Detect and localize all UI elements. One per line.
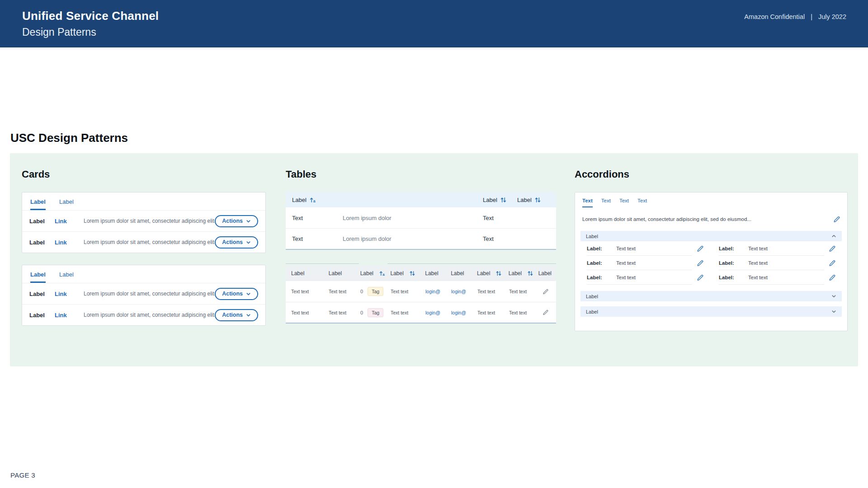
- field: Label: Text text: [587, 241, 703, 256]
- tab-label-active[interactable]: Label: [30, 198, 46, 210]
- dense-table: Label Label Label Label Label Label Labe…: [286, 266, 556, 324]
- field-main: Label: Text text: [719, 270, 824, 285]
- field-row: Label: Text text Label: Text text: [575, 241, 847, 256]
- login-link[interactable]: login@: [451, 289, 477, 294]
- field-main: Label: Text text: [719, 256, 824, 270]
- field-value: Text text: [748, 260, 768, 266]
- column-header[interactable]: Label: [425, 270, 451, 277]
- field: Label: Text text: [587, 256, 703, 270]
- card-row: Label Link Lorem ipsum dolor sit amet, c…: [22, 231, 265, 253]
- edit-pencil-icon[interactable]: [833, 216, 840, 223]
- accordion-header-collapsed[interactable]: Label: [580, 306, 842, 317]
- status-tag: Tag: [368, 308, 383, 317]
- column-header-sortable[interactable]: Label: [483, 197, 517, 203]
- login-link[interactable]: login@: [425, 310, 451, 315]
- tab-label-active[interactable]: Label: [30, 271, 46, 283]
- table-header-row: Label Label Label Label Label Label Labe…: [286, 266, 556, 281]
- sort-both-icon: [495, 270, 502, 277]
- column-label: Label: [477, 270, 490, 277]
- edit-pencil-icon[interactable]: [542, 310, 548, 315]
- count-value: 0: [360, 310, 363, 315]
- actions-button[interactable]: Actions: [215, 309, 258, 321]
- edit-pencil-icon[interactable]: [697, 274, 703, 281]
- row-label: Label: [29, 291, 55, 297]
- header-meta: Amazon Confidential | July 2022: [744, 13, 846, 20]
- column-header-sorted[interactable]: Label: [360, 270, 391, 277]
- edit-pencil-icon[interactable]: [697, 245, 703, 252]
- table-row: Text Lorem ipsum dolor Text: [286, 207, 556, 228]
- actions-label: Actions: [222, 218, 243, 224]
- cell-tag: 0 Tag: [360, 308, 391, 317]
- confidential-label: Amazon Confidential: [744, 13, 805, 20]
- sort-both-icon: [534, 197, 541, 203]
- cell-text: Text text: [391, 310, 425, 315]
- edit-pencil-icon[interactable]: [829, 274, 835, 281]
- row-label: Label: [29, 218, 55, 225]
- pattern-card-1: Label Label Label Link Lorem ipsum dolor…: [22, 192, 266, 253]
- tab-text[interactable]: Text: [637, 198, 647, 207]
- tab-text[interactable]: Text: [601, 198, 611, 207]
- field-main: Label: Text text: [719, 241, 824, 256]
- field-row: Label: Text text Label: Text text: [575, 270, 847, 285]
- actions-button[interactable]: Actions: [215, 288, 258, 300]
- tab-text[interactable]: Text: [619, 198, 629, 207]
- card-row: Label Link Lorem ipsum dolor sit amet, c…: [22, 210, 265, 231]
- field-value: Text text: [748, 246, 768, 251]
- edit-pencil-icon[interactable]: [542, 289, 548, 295]
- column-header[interactable]: Label: [538, 270, 552, 277]
- login-link[interactable]: login@: [451, 310, 477, 315]
- edit-pencil-icon[interactable]: [829, 245, 835, 252]
- actions-button[interactable]: Actions: [215, 236, 258, 249]
- field-value: Text text: [616, 275, 636, 280]
- column-header[interactable]: Label: [291, 270, 329, 277]
- tab-label[interactable]: Label: [59, 271, 74, 283]
- cell-text: Text text: [509, 310, 539, 315]
- cell-text: Text: [292, 215, 343, 221]
- column-header[interactable]: Label: [451, 270, 477, 277]
- edit-pencil-icon[interactable]: [697, 260, 703, 267]
- column-label: Label: [451, 270, 464, 277]
- accordion-header-collapsed[interactable]: Label: [580, 291, 842, 301]
- cell-text: Text text: [509, 289, 539, 294]
- patterns-panel: Cards Label Label Label Link Lorem ipsum…: [10, 153, 858, 366]
- column-header-sortable[interactable]: Label: [517, 197, 550, 203]
- row-link[interactable]: Link: [55, 239, 84, 246]
- field-label: Label:: [719, 275, 748, 280]
- tab-label[interactable]: Label: [59, 198, 74, 210]
- column-header-sortable[interactable]: Label: [477, 270, 509, 277]
- row-text: Lorem ipsum dolor sit amet, consectetur …: [84, 218, 215, 224]
- field-value: Text text: [616, 246, 636, 251]
- row-link[interactable]: Link: [55, 291, 84, 297]
- column-header[interactable]: Label: [329, 270, 360, 277]
- page-number: PAGE 3: [10, 471, 35, 479]
- row-text: Lorem ipsum dolor sit amet, consectetur …: [84, 312, 215, 318]
- edit-pencil-icon[interactable]: [829, 260, 835, 267]
- column-header-sortable[interactable]: Label: [509, 270, 538, 277]
- pattern-card-2: Label Label Label Link Lorem ipsum dolor…: [22, 265, 266, 326]
- row-label: Label: [29, 312, 55, 319]
- tables-section-title: Tables: [286, 169, 316, 180]
- tab-text-active[interactable]: Text: [582, 198, 593, 207]
- accordion-label: Label: [586, 294, 598, 299]
- field-label: Label:: [719, 260, 748, 266]
- field: Label: Text text: [719, 270, 835, 285]
- cell-text: Text: [292, 235, 343, 242]
- row-link[interactable]: Link: [55, 312, 84, 319]
- actions-button[interactable]: Actions: [215, 215, 258, 227]
- cell-text: Text: [483, 235, 517, 242]
- accordion-header-expanded[interactable]: Label: [580, 231, 842, 241]
- card-row: Label Link Lorem ipsum dolor sit amet, c…: [22, 304, 265, 325]
- login-link[interactable]: login@: [425, 289, 451, 294]
- accordion-tabs: Text Text Text Text: [575, 192, 847, 207]
- sort-ascending-icon: [309, 197, 316, 203]
- column-header-sorted[interactable]: Label: [292, 197, 343, 203]
- table-row: Text Lorem ipsum dolor Text: [286, 228, 556, 249]
- page-title: USC Design Patterns: [10, 131, 128, 145]
- column-header-sortable[interactable]: Label: [390, 270, 425, 277]
- actions-label: Actions: [222, 239, 243, 245]
- cell-lorem: Lorem ipsum dolor: [343, 215, 483, 221]
- column-label: Label: [292, 197, 307, 203]
- field-value: Text text: [748, 275, 768, 280]
- row-link[interactable]: Link: [55, 218, 84, 225]
- chevron-up-icon: [831, 234, 836, 239]
